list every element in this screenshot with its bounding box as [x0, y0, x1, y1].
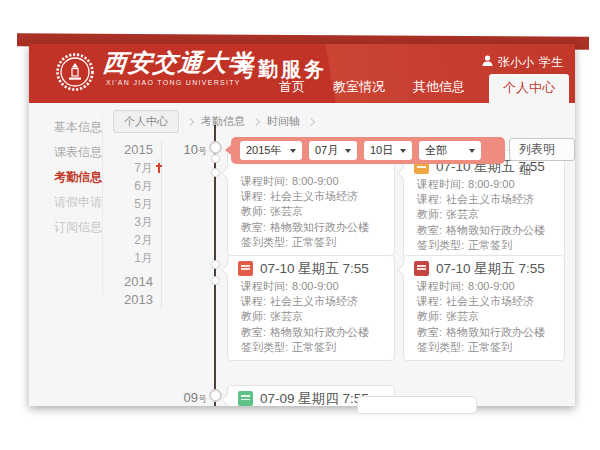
chevron-right-icon — [252, 117, 260, 125]
rail-month-01[interactable]: 1月 — [119, 249, 153, 267]
card-field: 课程:社会主义市场经济 — [417, 192, 554, 207]
user-menu[interactable]: 张小小 学生 — [482, 54, 563, 71]
card-field: 教室:格物致知行政办公楼 — [417, 325, 554, 340]
timeline-node — [211, 154, 220, 163]
user-name: 张小小 — [498, 54, 534, 71]
main-nav: 首页 教室情况 其他信息 个人中心 — [265, 74, 569, 103]
sidebar-item-subscription-info[interactable]: 订阅信息 — [29, 215, 102, 240]
sidebar-item-attendance-info[interactable]: 考勤信息 — [29, 165, 102, 190]
user-icon — [482, 55, 493, 70]
card-field: 课程:社会主义市场经济 — [241, 294, 384, 309]
month-select[interactable]: 07月 — [309, 141, 357, 160]
card-field: 签到类型:正常签到 — [417, 238, 554, 253]
university-name-en: XI'AN JIAO TONG UNIVERSITY — [106, 79, 241, 86]
clipped-card-outline — [357, 396, 477, 414]
sidebar-item-schedule-info[interactable]: 课表信息 — [29, 140, 102, 165]
card-field: 课程:社会主义市场经济 — [241, 189, 384, 204]
timeline-node — [209, 141, 222, 154]
card-field: 教师:张芸京 — [241, 309, 384, 324]
rail-month-06[interactable]: 6月 — [119, 177, 153, 195]
university-logo-icon — [55, 52, 95, 92]
card-field: 教室:格物致知行政办公楼 — [417, 223, 554, 238]
sidebar-item-leave-request[interactable]: 请假申请 — [29, 190, 102, 215]
card-field: 课程时间:8:00-9:00 — [241, 279, 384, 294]
card-field: 教室:格物致知行政办公楼 — [241, 220, 384, 235]
rail-month-03[interactable]: 3月 — [119, 213, 153, 231]
nav-item-personal-center[interactable]: 个人中心 — [489, 74, 569, 103]
university-name-cn: 西安交通大学 — [102, 47, 255, 79]
rail-month-07[interactable]: 7月 — [119, 159, 153, 177]
nav-item-home[interactable]: 首页 — [265, 78, 319, 103]
card-field: 教师:张芸京 — [417, 207, 554, 222]
nav-item-classrooms[interactable]: 教室情况 — [319, 78, 399, 103]
card-field: 教师:张芸京 — [241, 204, 384, 219]
attendance-status-icon — [238, 391, 253, 406]
card-title: 07-10 星期五 7:55 — [260, 261, 369, 276]
timeline-day-label-09: 09号 — [167, 391, 207, 406]
year-select[interactable]: 2015年 — [240, 141, 302, 160]
timeline-node — [211, 276, 220, 285]
card-field: 课程时间:8:00-9:00 — [417, 177, 554, 192]
chevron-down-icon — [400, 149, 406, 153]
attendance-card[interactable]: 07-10 星期五 7:55 课程时间:8:00-9:00 课程:社会主义市场经… — [227, 255, 395, 361]
rail-year-2015[interactable]: 2015 — [119, 141, 153, 159]
type-select[interactable]: 全部 — [419, 141, 481, 160]
chevron-down-icon — [469, 149, 475, 153]
app-window: 西安交通大学 XI'AN JIAO TONG UNIVERSITY 考勤服务 张… — [29, 44, 575, 406]
app-header: 西安交通大学 XI'AN JIAO TONG UNIVERSITY 考勤服务 张… — [29, 44, 575, 103]
card-field: 签到类型:正常签到 — [241, 340, 384, 355]
filter-callout: 2015年 07月 10日 全部 — [231, 137, 505, 164]
breadcrumb-personal-center[interactable]: 个人中心 — [113, 110, 179, 133]
card-field: 课程:社会主义市场经济 — [417, 294, 554, 309]
card-title: 07-10 星期五 7:55 — [436, 261, 545, 276]
rail-year-2013[interactable]: 2013 — [119, 291, 153, 309]
list-detail-button[interactable]: 列表明细 — [509, 138, 575, 161]
card-field: 教室:格物致知行政办公楼 — [241, 325, 384, 340]
attendance-card[interactable]: 课程时间:8:00-9:00 课程:社会主义市场经济 教师:张芸京 教室:格物致… — [227, 150, 395, 256]
attendance-status-icon — [414, 261, 429, 276]
day-select[interactable]: 10日 — [364, 141, 412, 160]
sidebar: 基本信息 课表信息 考勤信息 请假申请 订阅信息 — [29, 115, 103, 295]
attendance-card[interactable]: 07-10 星期五 7:55 课程时间:8:00-9:00 课程:社会主义市场经… — [403, 150, 565, 259]
timeline-day-label-10: 10号 — [167, 143, 207, 158]
nav-item-other-info[interactable]: 其他信息 — [399, 78, 479, 103]
breadcrumb-timeline[interactable]: 时间轴 — [267, 114, 300, 129]
page: 西安交通大学 XI'AN JIAO TONG UNIVERSITY 考勤服务 张… — [0, 0, 600, 450]
card-field: 签到类型:正常签到 — [417, 340, 554, 355]
chevron-right-icon — [186, 117, 194, 125]
timeline-node — [209, 389, 222, 402]
rail-month-05[interactable]: 5月 — [119, 195, 153, 213]
rail-year-2014[interactable]: 2014 — [119, 273, 153, 291]
current-month-marker — [158, 163, 160, 173]
chevron-down-icon — [345, 149, 351, 153]
timeline-node — [211, 168, 220, 177]
card-field: 签到类型:正常签到 — [241, 235, 384, 250]
user-role: 学生 — [539, 54, 563, 71]
breadcrumb-attendance-info[interactable]: 考勤信息 — [201, 114, 245, 129]
card-title: 07-09 星期四 7:55 — [260, 391, 369, 406]
rail-month-02[interactable]: 2月 — [119, 231, 153, 249]
card-field: 教师:张芸京 — [417, 309, 554, 324]
chevron-right-icon — [307, 117, 315, 125]
attendance-card[interactable]: 07-10 星期五 7:55 课程时间:8:00-9:00 课程:社会主义市场经… — [403, 255, 565, 361]
card-field: 课程时间:8:00-9:00 — [417, 279, 554, 294]
timeline-year-rail: 2015 7月 6月 5月 3月 2月 1月 2014 2013 — [119, 141, 162, 309]
card-field: 课程时间:8:00-9:00 — [241, 174, 384, 189]
attendance-status-icon — [238, 261, 253, 276]
content-area: 基本信息 课表信息 考勤信息 请假申请 订阅信息 个人中心 考勤信息 时间轴 2… — [29, 103, 575, 406]
timeline-node — [211, 260, 220, 269]
sidebar-item-basic-info[interactable]: 基本信息 — [29, 115, 102, 140]
chevron-down-icon — [290, 149, 296, 153]
